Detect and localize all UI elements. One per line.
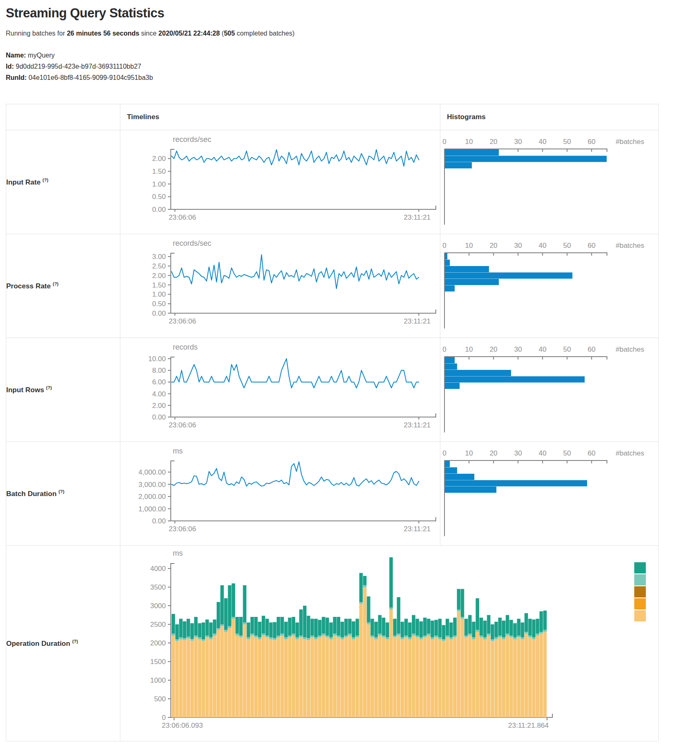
legend-swatch-2 [634, 586, 646, 597]
query-meta: Name: myQuery Id: 9d0dd219-995d-423e-b97… [6, 50, 700, 83]
svg-text:#batches: #batches [616, 345, 644, 353]
svg-text:0.00: 0.00 [152, 309, 166, 317]
svg-text:10: 10 [465, 138, 473, 146]
svg-text:records: records [173, 343, 198, 351]
query-name-line: Name: myQuery [6, 50, 700, 61]
batch-duration-help-icon[interactable]: (?) [59, 489, 65, 494]
process-rate-help-icon[interactable]: (?) [53, 281, 58, 286]
input-rate-timeline-chart: records/sec0.000.501.001.502.0023:06:062… [120, 130, 440, 234]
id-value: 9d0dd219-995d-423e-b97d-36931110bb27 [16, 63, 141, 70]
svg-text:1,000.00: 1,000.00 [139, 505, 166, 513]
input-rows-timeline-chart: records0.002.004.006.008.0010.0023:06:06… [120, 338, 440, 441]
svg-text:0.00: 0.00 [152, 206, 166, 213]
name-label: Name: [6, 52, 26, 59]
svg-text:23:11:21: 23:11:21 [404, 421, 431, 429]
svg-text:1500: 1500 [150, 658, 166, 666]
svg-text:1.00: 1.00 [152, 290, 166, 298]
running-batches-summary: Running batches for 26 minutes 56 second… [6, 30, 700, 37]
svg-text:20: 20 [490, 138, 497, 146]
svg-text:2,000.00: 2,000.00 [139, 493, 166, 501]
batches-suffix: completed batches) [235, 30, 294, 37]
svg-text:20: 20 [490, 449, 497, 457]
svg-text:20: 20 [490, 345, 497, 353]
batch-duration-timeline-chart: ms0.001,000.002,000.003,000.004,000.0023… [120, 442, 440, 545]
svg-text:2.00: 2.00 [152, 155, 166, 163]
process-rate-histogram-chart: 0102030405060#batches [440, 234, 658, 338]
paren-open: ( [220, 30, 224, 37]
table-row-process-rate: Process Rate (?) records/sec0.000.501.00… [6, 234, 659, 338]
svg-text:8.00: 8.00 [152, 367, 166, 374]
svg-text:records/sec: records/sec [173, 239, 211, 247]
svg-text:60: 60 [588, 345, 595, 353]
svg-text:ms: ms [173, 549, 183, 557]
svg-text:0: 0 [162, 714, 166, 722]
completed-batches-count: 505 [224, 30, 235, 37]
svg-text:ms: ms [173, 447, 183, 455]
svg-text:10: 10 [465, 449, 473, 457]
svg-text:60: 60 [588, 449, 595, 457]
query-id-line: Id: 9d0dd219-995d-423e-b97d-36931110bb27 [6, 61, 700, 72]
svg-text:0.00: 0.00 [152, 413, 166, 421]
header-histograms: Histograms [440, 104, 659, 130]
svg-text:50: 50 [563, 449, 571, 457]
svg-text:50: 50 [563, 242, 571, 249]
svg-text:23:06:06: 23:06:06 [169, 421, 196, 429]
svg-text:0.50: 0.50 [152, 193, 166, 201]
svg-text:40: 40 [539, 449, 547, 457]
legend-swatch-3 [634, 598, 646, 609]
svg-text:1.00: 1.00 [152, 180, 166, 188]
svg-text:4,000.00: 4,000.00 [139, 468, 166, 476]
svg-text:0.00: 0.00 [152, 517, 166, 525]
svg-text:4000: 4000 [150, 565, 166, 573]
since-text: since [139, 30, 158, 37]
svg-text:0.50: 0.50 [152, 300, 166, 308]
svg-text:10: 10 [465, 242, 473, 249]
svg-text:23:06:06: 23:06:06 [169, 525, 196, 533]
operation-duration-stacked-chart: ms0500100015002000250030003500400023:06:… [120, 546, 658, 741]
svg-text:10.00: 10.00 [148, 355, 166, 363]
start-time: 2020/05/21 22:44:28 [158, 30, 220, 37]
streaming-query-statistics-page: Streaming Query Statistics Running batch… [0, 0, 700, 741]
svg-text:30: 30 [514, 242, 522, 249]
svg-text:500: 500 [154, 695, 166, 703]
operation-duration-help-icon[interactable]: (?) [72, 639, 78, 644]
svg-text:10: 10 [465, 345, 473, 353]
svg-text:1.50: 1.50 [152, 168, 166, 175]
svg-text:50: 50 [563, 345, 571, 353]
svg-text:1.50: 1.50 [152, 281, 166, 289]
svg-text:23:11:21: 23:11:21 [404, 525, 431, 533]
svg-text:3.00: 3.00 [152, 253, 166, 261]
svg-text:6.00: 6.00 [152, 378, 166, 386]
header-timelines: Timelines [120, 104, 440, 130]
svg-text:23:06:06: 23:06:06 [169, 213, 196, 221]
svg-text:23:11:21: 23:11:21 [404, 213, 431, 221]
svg-text:2500: 2500 [150, 621, 166, 628]
svg-text:#batches: #batches [616, 449, 644, 457]
svg-text:0: 0 [442, 242, 446, 249]
page-title: Streaming Query Statistics [6, 6, 700, 21]
header-empty-cell [6, 104, 120, 130]
svg-text:30: 30 [514, 449, 522, 457]
svg-text:2.00: 2.00 [152, 402, 166, 410]
input-rate-histogram-chart: 0102030405060#batches [440, 130, 658, 234]
svg-text:30: 30 [514, 138, 522, 146]
svg-text:#batches: #batches [616, 242, 644, 249]
svg-text:records/sec: records/sec [173, 135, 211, 144]
input-rate-help-icon[interactable]: (?) [43, 177, 48, 182]
id-label: Id: [6, 63, 14, 70]
query-runid-line: RunId: 04e101e6-8bf8-4165-9099-9104c951b… [6, 72, 700, 83]
svg-text:2000: 2000 [150, 639, 166, 647]
legend-swatch-0 [634, 562, 646, 573]
table-header-row: Timelines Histograms [6, 104, 659, 130]
input-rows-help-icon[interactable]: (?) [46, 385, 52, 390]
svg-text:4.00: 4.00 [152, 390, 166, 398]
running-duration: 26 minutes 56 seconds [67, 30, 139, 37]
svg-text:20: 20 [490, 242, 497, 249]
svg-text:1000: 1000 [150, 676, 166, 684]
svg-text:30: 30 [514, 345, 522, 353]
name-value: myQuery [28, 52, 55, 59]
row-label-input-rows: Input Rows (?) [6, 338, 120, 442]
statistics-table: Timelines Histograms Input Rate (?) reco… [6, 104, 659, 741]
svg-text:0: 0 [442, 449, 446, 457]
table-row-batch-duration: Batch Duration (?) ms0.001,000.002,000.0… [6, 442, 659, 546]
